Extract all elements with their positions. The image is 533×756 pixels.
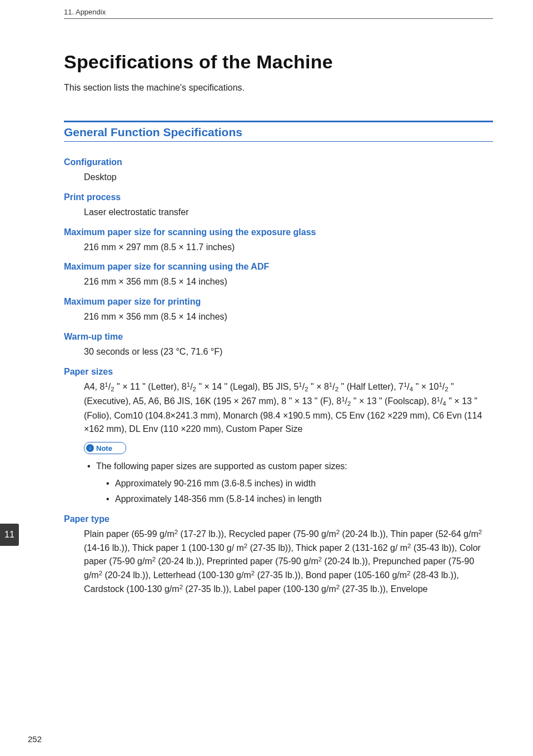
document-page: 11. Appendix Specifications of the Machi…: [0, 0, 533, 756]
section-heading: General Function Specifications: [64, 126, 493, 139]
running-head: 11. Appendix: [64, 0, 493, 16]
spec-warmup: Warm-up time 30 seconds or less (23 °C, …: [64, 332, 493, 359]
page-title: Specifications of the Machine: [64, 51, 493, 73]
spec-value: Plain paper (65-99 g/m2 (17-27 lb.)), Re…: [84, 528, 493, 596]
spec-paper-sizes: Paper sizes A4, 81/2 " × 11 " (Letter), …: [64, 367, 493, 506]
spec-label: Maximum paper size for scanning using th…: [64, 227, 493, 237]
spec-max-scan-glass: Maximum paper size for scanning using th…: [64, 227, 493, 255]
note-sublist: Approximately 90-216 mm (3.6-8.5 inches)…: [96, 476, 493, 506]
spec-value: A4, 81/2 " × 11 " (Letter), 81/2 " × 14 …: [84, 380, 493, 436]
spec-max-print: Maximum paper size for printing 216 mm ×…: [64, 297, 493, 324]
note-intro-item: The following paper sizes are supported …: [96, 459, 493, 506]
spec-value: 30 seconds or less (23 °C, 71.6 °F): [84, 345, 493, 359]
spec-value: 216 mm × 356 mm (8.5 × 14 inches): [84, 310, 493, 324]
note-callout: ↓ Note The following paper sizes are sup…: [84, 442, 493, 506]
section-rule-bottom: [64, 141, 493, 142]
note-list: The following paper sizes are supported …: [84, 459, 493, 506]
spec-value: 216 mm × 356 mm (8.5 × 14 inches): [84, 275, 493, 289]
note-pill: ↓ Note: [84, 442, 126, 454]
section-rule-top: [64, 121, 493, 122]
note-label: Note: [96, 444, 112, 452]
spec-max-scan-adf: Maximum paper size for scanning using th…: [64, 262, 493, 289]
spec-label: Maximum paper size for printing: [64, 297, 493, 307]
intro-paragraph: This section lists the machine's specifi…: [64, 83, 493, 93]
spec-value: Laser electrostatic transfer: [84, 206, 493, 220]
note-sub-item: Approximately 148-356 mm (5.8-14 inches)…: [115, 491, 493, 506]
spec-label: Configuration: [64, 157, 493, 167]
page-number: 252: [28, 734, 42, 744]
spec-label: Paper sizes: [64, 367, 493, 377]
spec-configuration: Configuration Desktop: [64, 157, 493, 185]
chapter-tab: 11: [0, 524, 19, 546]
spec-value: 216 mm × 297 mm (8.5 × 11.7 inches): [84, 241, 493, 255]
spec-paper-type: Paper type Plain paper (65-99 g/m2 (17-2…: [64, 514, 493, 596]
spec-label: Warm-up time: [64, 332, 493, 342]
spec-label: Maximum paper size for scanning using th…: [64, 262, 493, 272]
spec-value: Desktop: [84, 171, 493, 185]
header-rule: [64, 18, 493, 19]
spec-label: Paper type: [64, 514, 493, 524]
spec-label: Print process: [64, 192, 493, 202]
note-sub-item: Approximately 90-216 mm (3.6-8.5 inches)…: [115, 476, 493, 491]
note-intro-text: The following paper sizes are supported …: [96, 461, 347, 471]
down-arrow-icon: ↓: [86, 444, 94, 452]
spec-print-process: Print process Laser electrostatic transf…: [64, 192, 493, 220]
